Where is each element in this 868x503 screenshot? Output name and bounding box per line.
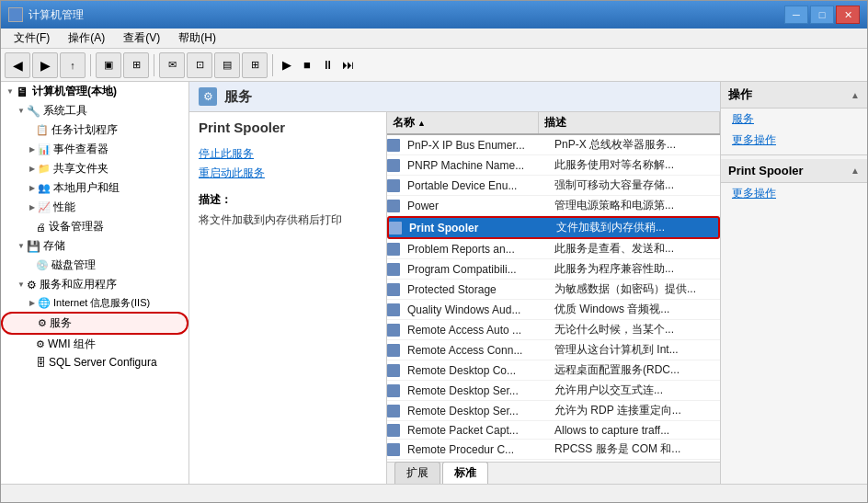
tree-services[interactable]: ⚙ 服务	[1, 312, 188, 335]
svc-name: Portable Device Enu...	[402, 177, 549, 194]
svc-name: Print Spooler	[404, 220, 551, 236]
tree-task-scheduler[interactable]: 📋 任务计划程序	[1, 120, 188, 140]
list-item[interactable]: PnP-X IP Bus Enumer... PnP-X 总线枚举器服务...	[387, 135, 720, 155]
stop-button[interactable]: ■	[298, 56, 316, 74]
root-expand	[5, 86, 16, 97]
list-item-selected[interactable]: Print Spooler 文件加载到内存供稍...	[387, 216, 720, 239]
list-item[interactable]: PNRP Machine Name... 此服务使用对等名称解...	[387, 155, 720, 176]
up-button[interactable]: ↑	[60, 52, 86, 78]
tree-device-manager-label: 设备管理器	[49, 219, 104, 234]
list-item[interactable]: Remote Desktop Ser... 允许为 RDP 连接重定向...	[387, 401, 720, 421]
stop-service-link[interactable]: 停止此服务	[199, 146, 377, 162]
toolbar-btn6[interactable]: ⊞	[242, 52, 268, 78]
sys-tools-expand	[16, 106, 27, 117]
center-panel: ⚙ 服务 Print Spooler 停止此服务 重启动此服务 描述： 将文件加…	[189, 82, 720, 484]
close-button[interactable]: ✕	[836, 6, 860, 24]
title-bar: 计算机管理 ─ □ ✕	[1, 1, 867, 29]
tree-services-apps-label: 服务和应用程序	[40, 277, 117, 292]
tree-wmi[interactable]: ⚙ WMI 组件	[1, 335, 188, 354]
svc-name: Quality Windows Aud...	[402, 302, 549, 318]
tree-shared-folders-label: 共享文件夹	[53, 161, 108, 177]
col-header-name[interactable]: 名称 ▲	[387, 112, 539, 133]
svc-icon	[387, 179, 400, 192]
list-item[interactable]: Remote Desktop Ser... 允许用户以交互式连...	[387, 381, 720, 401]
tree-system-tools[interactable]: 🔧 系统工具	[1, 101, 188, 120]
list-item[interactable]: Remote Desktop Co... 远程桌面配置服务(RDC...	[387, 360, 720, 381]
tree-device-manager[interactable]: 🖨 设备管理器	[1, 217, 188, 236]
menu-file[interactable]: 文件(F)	[6, 29, 57, 48]
svc-icon	[387, 139, 400, 152]
main-window: 计算机管理 ─ □ ✕ 文件(F) 操作(A) 查看(V) 帮助(H) ◀ ▶ …	[0, 0, 868, 503]
svc-name: Program Compatibili...	[402, 261, 549, 278]
tree-services-apps[interactable]: ⚙ 服务和应用程序	[1, 275, 188, 294]
tree-iis[interactable]: 🌐 Internet 信息服务(IIS)	[1, 294, 188, 312]
back-button[interactable]: ◀	[5, 52, 30, 78]
toolbar-btn5[interactable]: ▤	[214, 52, 240, 78]
toolbar-btn4[interactable]: ⊡	[187, 52, 212, 78]
services-header: ⚙ 服务	[189, 82, 720, 112]
pause-button[interactable]: ⏸	[318, 56, 337, 74]
svc-name: Remote Access Conn...	[402, 342, 549, 359]
svc-icon	[387, 384, 400, 397]
tree-event-viewer[interactable]: 📊 事件查看器	[1, 140, 188, 159]
svc-desc: 优质 Windows 音频视...	[549, 300, 720, 319]
svc-name: PnP-X IP Bus Enumer...	[402, 137, 549, 154]
svc-desc: 文件加载到内存供稍...	[551, 218, 718, 237]
tree-performance-label: 性能	[53, 200, 75, 215]
right-action-more-2[interactable]: 更多操作	[721, 183, 867, 204]
right-section-1-title: 操作 ▲	[721, 82, 867, 109]
tree-performance[interactable]: 📈 性能	[1, 198, 188, 217]
app-icon	[8, 7, 23, 22]
minimize-button[interactable]: ─	[784, 6, 808, 24]
content-split: Print Spooler 停止此服务 重启动此服务 描述： 将文件加载到内存供…	[189, 112, 720, 484]
tab-standard[interactable]: 标准	[442, 462, 488, 484]
list-item[interactable]: Remote Procedur C... RPCSS 服务是 COM 和...	[387, 440, 720, 460]
svc-icon	[387, 344, 400, 357]
tree-wmi-label: WMI 组件	[48, 337, 96, 352]
svc-desc: 此服务使用对等名称解...	[549, 155, 720, 175]
menu-action[interactable]: 操作(A)	[61, 29, 112, 48]
tree-root[interactable]: 🖥 计算机管理(本地)	[1, 82, 188, 101]
toolbar-btn3[interactable]: ✉	[159, 52, 185, 78]
svc-desc: 允许为 RDP 连接重定向...	[549, 401, 720, 420]
right-action-services[interactable]: 服务	[721, 109, 867, 130]
list-item[interactable]: Protected Storage 为敏感数据（如密码）提供...	[387, 280, 720, 300]
menu-help[interactable]: 帮助(H)	[171, 29, 223, 48]
iis-expand	[27, 298, 38, 309]
toolbar-btn2[interactable]: ⊞	[123, 52, 149, 78]
tree-shared-folders[interactable]: 📁 共享文件夹	[1, 159, 188, 178]
svc-icon	[387, 324, 400, 337]
restart-service-link[interactable]: 重启动此服务	[199, 166, 377, 181]
list-item[interactable]: Portable Device Enu... 强制可移动大容量存储...	[387, 176, 720, 196]
list-item[interactable]: Program Compatibili... 此服务为程序兼容性助...	[387, 259, 720, 280]
restart-button[interactable]: ⏭	[338, 56, 357, 74]
list-item[interactable]: Remote Access Conn... 管理从这台计算机到 Int...	[387, 340, 720, 360]
play-button[interactable]: ▶	[278, 56, 296, 74]
list-item[interactable]: Remote Access Auto ... 无论什么时候，当某个...	[387, 320, 720, 340]
tree-storage[interactable]: 💾 存储	[1, 236, 188, 256]
maximize-button[interactable]: □	[810, 6, 834, 24]
right-separator	[721, 154, 867, 155]
svc-icon	[387, 443, 400, 456]
show-hide-button[interactable]: ▣	[96, 52, 121, 78]
tree-local-users[interactable]: 👥 本地用户和组	[1, 178, 188, 198]
svc-icon	[387, 405, 400, 417]
tree-task-scheduler-label: 任务计划程序	[51, 122, 118, 138]
svc-desc: 此服务为程序兼容性助...	[549, 259, 720, 279]
forward-button[interactable]: ▶	[32, 52, 58, 78]
tree-sql[interactable]: 🗄 SQL Server Configura	[1, 354, 188, 371]
svc-desc: 允许用户以交互式连...	[549, 381, 720, 400]
list-item[interactable]: Problem Reports an... 此服务是查看、发送和...	[387, 239, 720, 259]
col-header-desc[interactable]: 描述	[539, 112, 720, 133]
list-item[interactable]: Remote Packet Capt... Allows to capture …	[387, 421, 720, 440]
window-title: 计算机管理	[29, 7, 84, 23]
list-item[interactable]: Quality Windows Aud... 优质 Windows 音频视...	[387, 300, 720, 320]
list-item[interactable]: Power 管理电源策略和电源第...	[387, 196, 720, 216]
right-action-more-1[interactable]: 更多操作	[721, 130, 867, 151]
menu-view[interactable]: 查看(V)	[116, 29, 167, 48]
tree-local-users-label: 本地用户和组	[53, 180, 120, 196]
svc-desc: Allows to capture traff...	[549, 422, 720, 439]
svc-name: Problem Reports an...	[402, 241, 549, 257]
tree-disk-mgmt[interactable]: 💿 磁盘管理	[1, 256, 188, 275]
tab-expand[interactable]: 扩展	[394, 462, 440, 484]
